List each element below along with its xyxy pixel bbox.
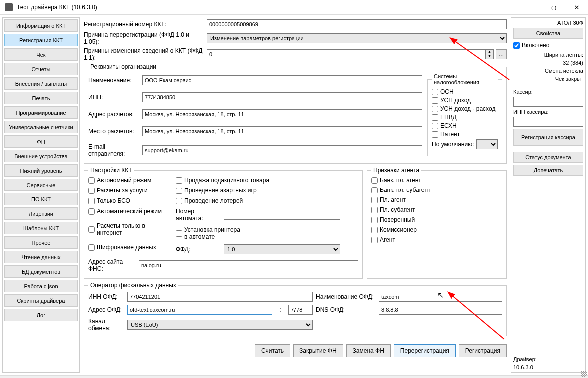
sidebar-item-13[interactable]: Лицензии [4,207,78,220]
ofd-name-input[interactable] [379,292,502,302]
properties-button[interactable]: Свойства [513,28,583,39]
reasons11-input[interactable] [207,49,486,59]
kkt-check-4[interactable] [88,226,95,233]
ofd-inn-input[interactable] [127,292,313,302]
kkt-check-5[interactable] [88,244,95,251]
maximize-button[interactable]: ▢ [542,0,565,15]
sidebar-item-0[interactable]: Информация о ККТ [4,19,78,32]
sidebar-item-17[interactable]: БД документов [4,265,78,278]
reasons11-spinner[interactable]: ▲▼ [486,49,494,59]
ffd-select[interactable]: 1.0 [224,244,340,254]
ofd-dns-input[interactable] [379,305,502,315]
org-place-input[interactable] [142,126,422,136]
statusbar [0,375,588,378]
right-panel: АТОЛ 30Ф Свойства Включено Ширина ленты:… [511,17,586,373]
cashier-input[interactable] [513,97,583,107]
tape-width-label: Ширина ленты: [513,52,583,58]
rereg-reason-select[interactable]: Изменение параметров регистрации [207,33,507,43]
org-inn-label: ИНН: [88,94,140,101]
auto-number-input[interactable] [224,210,340,220]
register-cashier-button[interactable]: Регистрация кассира [513,129,583,146]
cashier-inn-input[interactable] [513,117,583,127]
ofd-dns-label: DNS ОФД: [316,306,376,313]
org-name-input[interactable] [142,75,422,85]
agent-fieldset: Признаки агента Банк. пл. агентБанк. пл.… [367,167,507,279]
sidebar-item-8[interactable]: ФН [4,135,78,148]
cashier-label: Кассир: [513,89,583,95]
sidebar-item-18[interactable]: Работа с json [4,280,78,292]
sidebar-item-7[interactable]: Универсальные счетчики [4,121,78,133]
ofd-name-label: Наименование ОФД: [316,293,376,300]
agent-check-5[interactable] [371,227,378,233]
close-fn-button[interactable]: Закрытие ФН [293,344,343,357]
reasons11-browse[interactable]: ... [496,49,507,59]
ffd-label: ФФД: [176,246,222,253]
rereg-button[interactable]: Перерегистрация [394,344,456,357]
kkt-printer-check[interactable] [176,230,182,237]
sidebar-item-9[interactable]: Внешние устройства [4,150,78,162]
org-fieldset: Реквизиты организации Наименование: ИНН:… [84,63,507,164]
agent-check-0[interactable] [371,177,378,184]
tax-check-1[interactable] [432,97,438,104]
sidebar-item-15[interactable]: Прочее [4,236,78,249]
replace-fn-button[interactable]: Замена ФН [346,344,391,357]
sidebar-item-14[interactable]: Шаблоны ККТ [4,222,78,234]
tax-check-2[interactable] [432,106,438,112]
agent-check-1[interactable] [371,187,378,193]
reg-button[interactable]: Регистрация [459,344,507,357]
doc-status-button[interactable]: Статус документа [513,152,583,163]
reg-number-input[interactable] [207,19,507,29]
kkt-fieldset: Настройки ККТ Автономный режимРасчеты за… [84,167,363,279]
sidebar-item-5[interactable]: Печать [4,92,78,104]
minimize-button[interactable]: — [519,0,542,15]
tax-check-4[interactable] [432,123,438,129]
sidebar-item-3[interactable]: Отчеты [4,63,78,75]
sidebar-item-4[interactable]: Внесения / выплаты [4,77,78,90]
sidebar-item-16[interactable]: Чтение данных [4,251,78,263]
org-inn-input[interactable] [142,92,422,102]
org-email-input[interactable] [142,145,422,155]
agent-check-4[interactable] [371,217,378,223]
ofd-addr-input[interactable] [127,305,272,315]
agent-check-6[interactable] [371,237,378,243]
resize-grip[interactable] [581,371,587,377]
reprint-button[interactable]: Допечатать [513,165,583,176]
org-name-label: Наименование: [88,77,140,84]
sidebar-item-2[interactable]: Чек [4,48,78,61]
enabled-check[interactable] [513,42,520,49]
agent-check-2[interactable] [371,197,378,203]
sidebar-item-12[interactable]: ПО ККТ [4,193,78,205]
tax-check-5[interactable] [432,131,438,138]
read-button[interactable]: Считать [255,344,290,357]
sidebar-item-19[interactable]: Скрипты драйвера [4,294,78,307]
rereg-reason-label: Причина перерегистрации (ФФД 1.0 и 1.05)… [84,31,205,45]
sidebar-item-11[interactable]: Сервисные [4,179,78,191]
org-addr-input[interactable] [142,109,422,119]
close-button[interactable]: ✕ [565,0,588,15]
sidebar-item-20[interactable]: Лог [4,309,78,321]
tape-width-value: 32 (384) [513,60,583,66]
kkt-lottery-check[interactable] [176,198,182,204]
sidebar-item-10[interactable]: Нижний уровень [4,164,78,177]
tax-check-3[interactable] [432,114,438,121]
kkt-legend: Настройки ККТ [88,167,134,174]
main-panel: Регистрационный номер ККТ: Причина перер… [81,17,510,373]
tax-check-0[interactable] [432,89,438,95]
tax-default-select[interactable] [476,139,498,149]
kkt-gambling-check[interactable] [176,188,182,194]
kkt-check-3[interactable] [88,208,95,215]
kkt-excise-check[interactable] [176,177,182,184]
fns-input[interactable] [139,260,358,270]
fns-label: Адрес сайта ФНС: [88,258,137,272]
ofd-port-input[interactable] [288,305,313,315]
sidebar-item-1[interactable]: Регистрация ККТ [4,34,78,46]
kkt-check-0[interactable] [88,177,95,184]
sidebar-item-6[interactable]: Программирование [4,106,78,119]
kkt-check-2[interactable] [88,198,95,204]
ofd-inn-label: ИНН ОФД: [88,293,124,300]
window-title: Тест драйвера ККТ (10.6.3.0) [17,4,519,11]
agent-check-3[interactable] [371,207,378,213]
kkt-check-1[interactable] [88,188,95,194]
ofd-chan-select[interactable]: USB (EoU) [127,320,313,330]
reasons11-label: Причины изменения сведений о ККТ (ФФД 1.… [84,47,205,61]
